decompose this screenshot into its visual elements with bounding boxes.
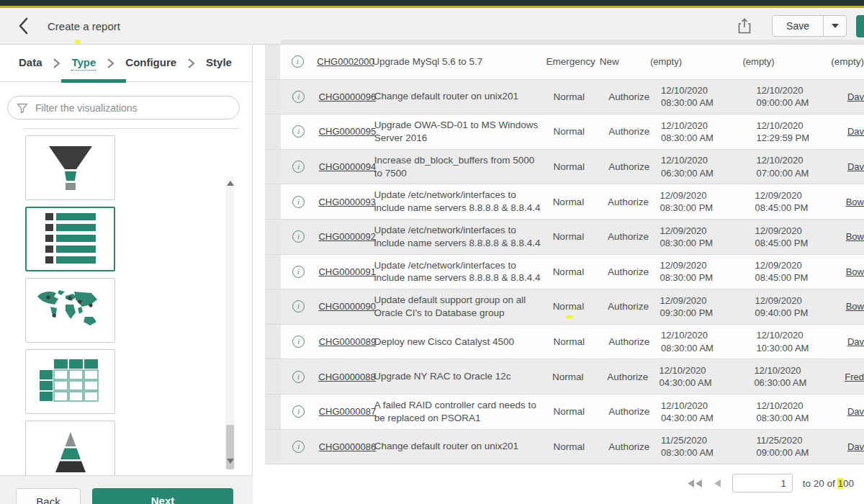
assigned-to-link[interactable]: Bow: [846, 197, 864, 207]
end-date-value: 12/10/2020 10:30:00 AM: [756, 325, 847, 359]
assigned-to-link[interactable]: Bow: [846, 266, 864, 277]
info-icon[interactable]: i: [292, 336, 305, 348]
end-date-value: 11/25/2020 09:00:00 AM: [756, 430, 847, 464]
visualization-list: [0, 130, 252, 475]
assigned-to-link[interactable]: Bow: [846, 231, 864, 242]
first-page-icon[interactable]: [686, 479, 703, 488]
short-description-value: Update default support group on all Orac…: [374, 289, 549, 324]
short-description-value: Update /etc/network/interfaces to includ…: [374, 220, 549, 254]
record-number-link[interactable]: CHG0000088: [318, 372, 376, 382]
step-data[interactable]: Data: [19, 56, 42, 70]
priority-value: Normal: [549, 184, 606, 219]
record-number-link[interactable]: CHG0000087: [319, 406, 377, 417]
back-chevron-icon[interactable]: [17, 17, 33, 35]
record-number-link[interactable]: CHG0000092: [318, 231, 376, 242]
info-cell: i: [281, 289, 317, 324]
table-row: i CHG0000089 Deploy new Cisco Catalyst 4…: [265, 325, 864, 360]
info-cell: i: [281, 80, 317, 114]
state-value: Authorize: [606, 255, 660, 289]
record-number-link[interactable]: CHG0000096: [319, 91, 377, 102]
record-number-link[interactable]: CHG0000095: [319, 126, 377, 137]
info-icon[interactable]: i: [292, 196, 305, 208]
table-row: i CHG0000086 Change default router on un…: [265, 430, 864, 465]
info-icon[interactable]: i: [292, 55, 304, 68]
viz-list-thumbnail[interactable]: [25, 207, 115, 271]
scroll-down-icon[interactable]: [227, 459, 234, 464]
short-description-value: A failed RAID controller card needs to b…: [374, 395, 550, 429]
state-value: Authorize: [607, 150, 661, 184]
start-date-value: 12/10/2020 04:30:00 AM: [660, 359, 755, 394]
info-icon[interactable]: i: [292, 441, 305, 453]
change-request-grid: i CHG0002000 Upgrade MySql 5.6 to 5.7 Em…: [265, 45, 864, 464]
share-icon[interactable]: [737, 17, 752, 35]
assigned-to-link[interactable]: Dav: [847, 126, 864, 137]
viz-funnel-chart-thumbnail[interactable]: [25, 135, 115, 200]
back-button[interactable]: Back: [16, 488, 81, 504]
info-cell: i: [281, 325, 317, 359]
cursor-highlight-dot: [75, 40, 81, 44]
priority-value: Normal: [549, 289, 606, 324]
step-type[interactable]: Type: [71, 56, 96, 71]
run-button-sliver[interactable]: [856, 15, 864, 37]
viz-pyramid-thumbnail[interactable]: [25, 420, 115, 475]
previous-page-icon[interactable]: [714, 479, 722, 488]
save-dropdown-button[interactable]: [824, 16, 846, 36]
info-icon[interactable]: i: [292, 371, 305, 383]
start-date-value: 12/09/2020 09:30:00 PM: [660, 289, 755, 324]
info-icon[interactable]: i: [292, 91, 305, 103]
table-row: i CHG0000095 Upgrade OWA-SD-01 to MS Win…: [265, 114, 864, 150]
viz-world-map-thumbnail[interactable]: [25, 278, 115, 343]
assigned-to-link[interactable]: Dav: [847, 336, 864, 347]
row-gutter: [265, 150, 281, 184]
row-gutter: [265, 184, 281, 219]
scroll-up-icon[interactable]: [227, 181, 234, 186]
record-number-link[interactable]: CHG0000091: [318, 266, 376, 277]
state-value: New: [598, 45, 650, 79]
state-value: Authorize: [606, 220, 660, 254]
table-row: i CHG0000096 Change default router on un…: [265, 80, 864, 115]
next-button[interactable]: Next: [92, 488, 233, 504]
assigned-to-link[interactable]: Dav: [847, 161, 864, 172]
start-date-value: 12/10/2020 08:30:00 AM: [661, 80, 756, 114]
priority-value: Normal: [549, 220, 606, 254]
record-number-link[interactable]: CHG0000093: [318, 197, 376, 207]
end-date-value: 12/10/2020 09:00:00 AM: [756, 80, 847, 114]
step-style[interactable]: Style: [206, 56, 232, 70]
row-gutter: [265, 289, 281, 324]
info-icon[interactable]: i: [292, 405, 305, 418]
record-number-link[interactable]: CHG0000089: [319, 336, 377, 347]
assigned-to-link[interactable]: Dav: [847, 406, 864, 417]
page-number-input[interactable]: [732, 474, 793, 492]
assigned-to-link[interactable]: Bow: [846, 301, 864, 312]
record-number-link[interactable]: CHG0000094: [319, 161, 377, 172]
record-number-link[interactable]: CHG0000090: [318, 301, 376, 312]
assigned-to-link[interactable]: Dav: [847, 91, 864, 102]
info-icon[interactable]: i: [292, 125, 305, 138]
info-cell: i: [281, 114, 317, 149]
table-header-sliver: [281, 40, 864, 44]
info-icon[interactable]: i: [292, 161, 305, 173]
chevron-right-icon: [107, 58, 114, 69]
short-description-value: Update /etc/network/interfaces to includ…: [374, 255, 549, 289]
report-preview-table: i CHG0002000 Upgrade MySql 5.6 to 5.7 Em…: [253, 45, 864, 504]
start-date-value: 12/10/2020 04:30:00 AM: [661, 395, 756, 429]
assigned-to-link[interactable]: Fred: [845, 372, 864, 382]
info-icon[interactable]: i: [292, 266, 305, 278]
save-button[interactable]: Save: [773, 16, 824, 36]
row-gutter: [265, 80, 281, 114]
end-date-value: 12/09/2020 08:45:00 PM: [755, 255, 846, 289]
info-icon[interactable]: i: [292, 230, 305, 243]
info-icon[interactable]: i: [292, 300, 305, 312]
table-row: i CHG0000091 Update /etc/network/interfa…: [265, 255, 864, 290]
record-number-link[interactable]: CHG0002000: [317, 56, 374, 67]
assigned-to-link[interactable]: (empty): [831, 56, 864, 67]
step-configure[interactable]: Configure: [125, 56, 176, 70]
assigned-to-link[interactable]: Dav: [847, 441, 864, 452]
viz-list-scrollbar[interactable]: [225, 176, 235, 468]
viz-pivot-table-thumbnail[interactable]: [25, 349, 115, 414]
priority-value: Normal: [550, 430, 608, 464]
state-value: Authorize: [606, 184, 660, 219]
record-number-link[interactable]: CHG0000086: [319, 441, 377, 452]
state-value: Authorize: [607, 114, 661, 149]
filter-input[interactable]: [35, 102, 230, 114]
